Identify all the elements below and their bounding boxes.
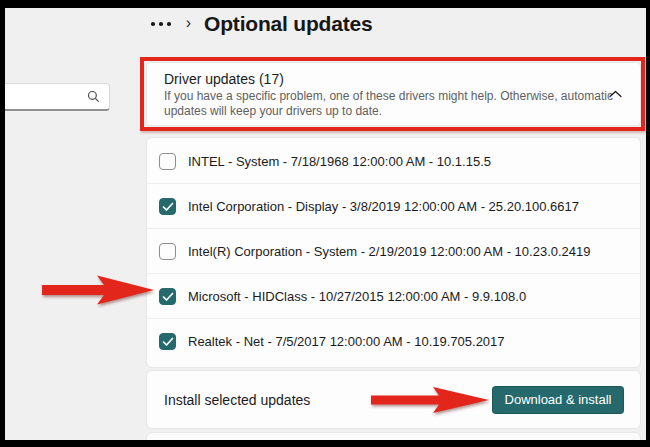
driver-row[interactable]: Microsoft - HIDClass - 10/27/2015 12:00:…	[147, 274, 640, 319]
annotation-box-driver-updates	[140, 57, 645, 131]
search-icon	[87, 90, 100, 103]
driver-checkbox[interactable]	[159, 243, 176, 260]
driver-row[interactable]: INTEL - System - 7/18/1968 12:00:00 AM -…	[147, 139, 640, 184]
driver-list: INTEL - System - 7/18/1968 12:00:00 AM -…	[146, 137, 641, 368]
breadcrumb-ellipsis-icon[interactable]	[149, 16, 173, 32]
driver-checkbox[interactable]	[159, 333, 176, 350]
driver-label: Intel Corporation - Display - 3/8/2019 1…	[188, 199, 579, 214]
checkmark-icon	[162, 337, 174, 347]
driver-checkbox[interactable]	[159, 198, 176, 215]
annotation-arrow-install-button	[371, 384, 491, 416]
next-section-card	[146, 432, 641, 446]
page-title: Optional updates	[204, 12, 372, 36]
checkmark-icon	[162, 292, 174, 302]
driver-row[interactable]: Realtek - Net - 7/5/2017 12:00:00 AM - 1…	[147, 319, 640, 364]
chevron-right-icon: ›	[186, 14, 191, 34]
driver-label: Realtek - Net - 7/5/2017 12:00:00 AM - 1…	[188, 334, 505, 349]
driver-row[interactable]: Intel(R) Corporation - System - 2/19/201…	[147, 229, 640, 274]
download-install-button[interactable]: Download & install	[492, 386, 624, 414]
breadcrumb: › Optional updates	[149, 8, 372, 40]
driver-checkbox[interactable]	[159, 288, 176, 305]
driver-label: Microsoft - HIDClass - 10/27/2015 12:00:…	[188, 289, 526, 304]
install-selected-label: Install selected updates	[164, 392, 310, 408]
driver-checkbox[interactable]	[159, 153, 176, 170]
search-input[interactable]	[0, 84, 87, 109]
annotation-arrow-checkbox	[42, 272, 156, 308]
driver-label: Intel(R) Corporation - System - 2/19/201…	[188, 244, 591, 259]
driver-row[interactable]: Intel Corporation - Display - 3/8/2019 1…	[147, 184, 640, 229]
driver-label: INTEL - System - 7/18/1968 12:00:00 AM -…	[188, 154, 491, 169]
checkmark-icon	[162, 202, 174, 212]
search-box[interactable]	[0, 83, 110, 111]
